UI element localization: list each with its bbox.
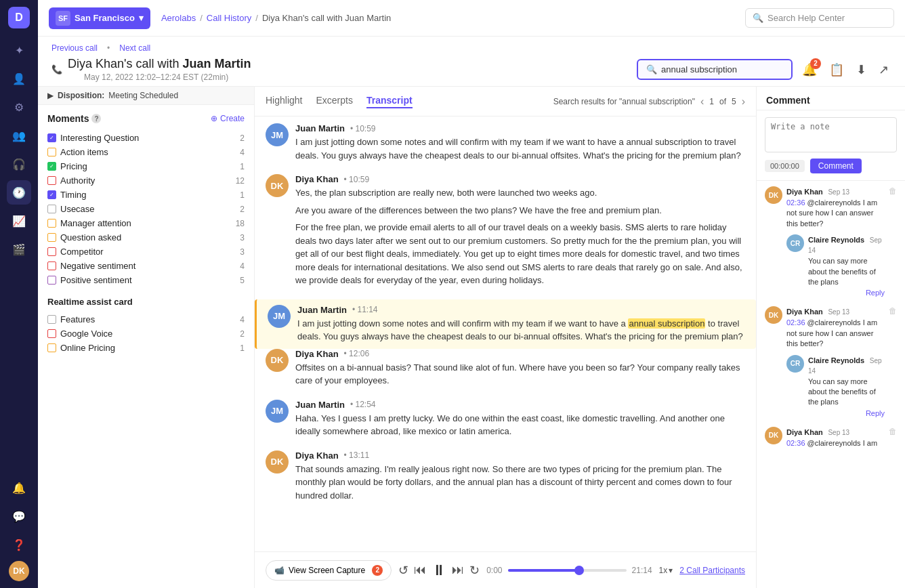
nav-team-icon[interactable]: 👥 xyxy=(7,123,31,148)
disposition-label: Disposition: xyxy=(58,91,104,100)
comment-avatar-cr-1: CR xyxy=(786,234,804,252)
moments-help-icon[interactable]: ? xyxy=(91,114,101,123)
delete-icon-1[interactable]: 🗑 xyxy=(889,186,897,297)
reply-link-2[interactable]: Reply xyxy=(808,409,885,417)
comment-time-link-2[interactable]: 02:36 xyxy=(786,318,805,327)
msg-speaker-jm: Juan Martin xyxy=(295,123,345,133)
forward-15-button[interactable]: ↻ xyxy=(469,563,480,578)
moment-checkbox-interesting-question[interactable] xyxy=(47,133,56,142)
nav-headset-icon[interactable]: 🎧 xyxy=(7,152,31,176)
moment-item-usecase[interactable]: Usecase 2 xyxy=(47,202,245,216)
moment-checkbox-usecase[interactable] xyxy=(47,205,56,213)
participants-button[interactable]: 2 Call Participants xyxy=(679,566,745,575)
search-subscription-input[interactable]: 🔍 xyxy=(637,59,793,80)
moment-label-question-asked: Question asked xyxy=(60,232,121,243)
previous-call-link[interactable]: Previous call xyxy=(51,43,98,53)
nav-video-icon[interactable]: 🎬 xyxy=(7,237,31,261)
breadcrumb-call-history[interactable]: Call History xyxy=(207,13,251,23)
skip-to-start-button[interactable]: ⏮ xyxy=(414,563,426,577)
tab-excerpts[interactable]: Excerpts xyxy=(316,95,352,108)
search-prev-button[interactable]: ‹ xyxy=(700,96,704,108)
moment-count-question-asked: 3 xyxy=(240,233,245,243)
moment-item-manager-attention[interactable]: Manager attention 18 xyxy=(47,216,245,230)
nav-user-avatar[interactable]: DK xyxy=(9,561,29,581)
tab-transcript[interactable]: Transcript xyxy=(366,95,413,108)
transcript-messages: JM Juan Martin • 10:59 I am just jotting… xyxy=(255,117,756,551)
comment-write-area: 00:00:00 Comment xyxy=(757,110,905,181)
moment-item-pricing[interactable]: Pricing 1 xyxy=(47,159,245,173)
download-button[interactable]: ⬇ xyxy=(854,60,869,80)
share-button[interactable]: ↗ xyxy=(876,60,891,80)
phone-icon: 📞 xyxy=(51,64,62,75)
rewind-15-button[interactable]: ↺ xyxy=(398,563,408,578)
nav-help-icon[interactable]: ❓ xyxy=(7,532,31,557)
notifications-button[interactable]: 🔔 2 xyxy=(799,60,820,80)
moment-item-interesting-question[interactable]: Interesting Question 2 xyxy=(47,131,245,145)
comment-avatar-dk-1: DK xyxy=(765,186,782,204)
comment-author-1: Diya Khan xyxy=(786,188,823,196)
moment-item-timing[interactable]: Timing 1 xyxy=(47,188,245,202)
moment-checkbox-pricing[interactable] xyxy=(47,162,56,171)
view-screen-capture-button[interactable]: 📹 View Screen Capture 2 xyxy=(266,560,392,581)
moment-item-competitor[interactable]: Competitor 3 xyxy=(47,245,245,259)
moment-checkbox-authority[interactable] xyxy=(47,176,56,185)
progress-bar[interactable] xyxy=(508,569,627,572)
nav-history-icon[interactable]: 🕐 xyxy=(7,180,31,205)
msg-time-jm-1059: • 10:59 xyxy=(350,124,376,133)
nav-analytics-icon[interactable]: 📈 xyxy=(7,209,31,233)
nav-sparkle-icon[interactable]: ✦ xyxy=(7,38,31,62)
moment-checkbox-negative-sentiment[interactable] xyxy=(47,261,56,270)
nav-settings-icon[interactable]: ⚙ xyxy=(7,95,31,119)
play-pause-button[interactable]: ⏸ xyxy=(432,562,446,579)
skip-to-end-button[interactable]: ⏭ xyxy=(452,563,464,577)
comment-submit-button[interactable]: Comment xyxy=(810,159,862,173)
moment-checkbox-timing[interactable] xyxy=(47,190,56,199)
nav-user-icon[interactable]: 👤 xyxy=(7,66,31,91)
comment-textarea[interactable] xyxy=(765,117,897,152)
screen-capture-label: View Screen Capture xyxy=(289,566,365,575)
moment-item-positive-sentiment[interactable]: Positive sentiment 5 xyxy=(47,273,245,287)
search-help-input[interactable]: 🔍 Search Help Center xyxy=(745,8,894,28)
moment-item-online-pricing[interactable]: Online Pricing 1 xyxy=(47,341,245,355)
next-call-link[interactable]: Next call xyxy=(119,43,150,53)
moment-checkbox-positive-sentiment[interactable] xyxy=(47,276,56,285)
progress-fill xyxy=(508,569,579,572)
app-logo: D xyxy=(8,7,30,28)
moment-item-features[interactable]: Features 4 xyxy=(47,312,245,327)
breadcrumb-aerolabs[interactable]: Aerolabs xyxy=(161,13,196,23)
message-group-jm-1254: JM Juan Martin • 12:54 Haha. Yes I guess… xyxy=(266,400,745,438)
create-moment-button[interactable]: ⊕ Create xyxy=(211,114,245,123)
moment-item-action-items[interactable]: Action items 4 xyxy=(47,145,245,159)
current-time: 0:00 xyxy=(486,566,502,575)
comments-list: DK Diya Khan Sep 13 02:36 @clairereynold… xyxy=(757,181,905,588)
moment-item-negative-sentiment[interactable]: Negative sentiment 4 xyxy=(47,259,245,273)
nav-bell-icon[interactable]: 🔔 xyxy=(7,476,31,500)
comment-time-link-1[interactable]: 02:36 xyxy=(786,198,805,207)
progress-container: 0:00 21:14 xyxy=(486,566,652,575)
workspace-badge: SF xyxy=(56,11,70,26)
moment-item-google-voice[interactable]: Google Voice 2 xyxy=(47,327,245,341)
moment-checkbox-google-voice[interactable] xyxy=(47,329,56,338)
moment-checkbox-online-pricing[interactable] xyxy=(47,343,56,352)
tab-highlight[interactable]: Highlight xyxy=(266,95,302,108)
moment-checkbox-features[interactable] xyxy=(47,315,56,324)
delete-icon-3[interactable]: 🗑 xyxy=(889,427,897,448)
moment-label-pricing: Pricing xyxy=(60,161,87,171)
speed-button[interactable]: 1x ▾ xyxy=(659,566,673,575)
reply-link-1[interactable]: Reply xyxy=(808,289,885,297)
comment-author-2: Diya Khan xyxy=(786,308,823,316)
moment-checkbox-competitor[interactable] xyxy=(47,247,56,256)
nav-chat-icon[interactable]: 💬 xyxy=(7,504,31,528)
moment-checkbox-action-items[interactable] xyxy=(47,148,56,156)
add-to-list-button[interactable]: 📋 xyxy=(826,60,847,80)
disposition-bar: ▶ Disposition: Meeting Scheduled xyxy=(38,87,254,105)
comment-time-link-3[interactable]: 02:36 xyxy=(786,439,805,447)
delete-icon-2[interactable]: 🗑 xyxy=(889,306,897,417)
moment-checkbox-question-asked[interactable] xyxy=(47,233,56,242)
search-subscription-field[interactable] xyxy=(661,64,770,75)
search-next-button[interactable]: › xyxy=(742,96,745,108)
workspace-selector[interactable]: SF San Francisco ▾ xyxy=(49,7,150,29)
moment-item-question-asked[interactable]: Question asked 3 xyxy=(47,230,245,245)
moment-checkbox-manager-attention[interactable] xyxy=(47,219,56,228)
moment-item-authority[interactable]: Authority 12 xyxy=(47,173,245,188)
